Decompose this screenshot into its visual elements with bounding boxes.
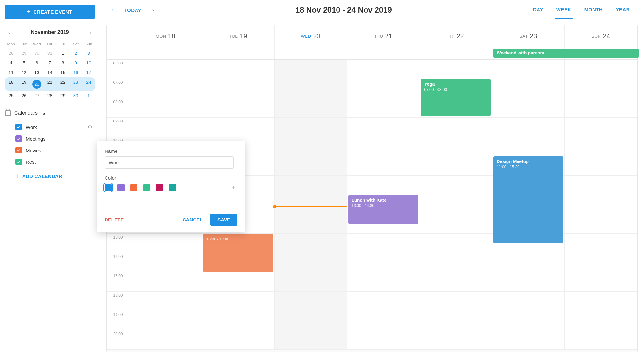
color-swatch[interactable]: [117, 184, 125, 191]
add-calendar-button[interactable]: + ADD CALENDAR: [5, 168, 95, 180]
calendar-checkbox[interactable]: [15, 124, 22, 130]
grid-cell[interactable]: [347, 79, 420, 98]
grid-cell[interactable]: [129, 60, 202, 79]
grid-cell[interactable]: [419, 156, 492, 175]
mini-cal-day[interactable]: 6: [30, 58, 43, 68]
grid-cell[interactable]: [202, 292, 275, 311]
grid-cell[interactable]: [202, 98, 275, 117]
grid-cell[interactable]: [419, 253, 492, 272]
grid-cell[interactable]: [275, 253, 347, 272]
mini-cal-day[interactable]: 17: [82, 68, 95, 77]
grid-cell[interactable]: [275, 330, 347, 349]
mini-cal-day[interactable]: 3: [82, 48, 95, 58]
mini-cal-day[interactable]: 25: [5, 91, 17, 101]
grid-cell[interactable]: [202, 311, 275, 330]
grid-cell[interactable]: [419, 330, 492, 349]
day-header[interactable]: THU21: [347, 25, 420, 47]
allday-event[interactable]: Weekend with parents: [493, 49, 639, 58]
allday-cell[interactable]: [202, 47, 275, 59]
grid-cell[interactable]: [347, 272, 420, 291]
view-tab-day[interactable]: DAY: [532, 1, 545, 19]
calendar-item[interactable]: Work⚙: [15, 121, 95, 133]
grid-cell[interactable]: [419, 214, 492, 233]
grid-cell[interactable]: [202, 118, 275, 137]
mini-cal-day[interactable]: 15: [56, 68, 69, 77]
grid-cell[interactable]: [275, 156, 347, 175]
color-swatch[interactable]: [130, 184, 137, 191]
allday-cell[interactable]: [129, 47, 202, 59]
grid-cell[interactable]: [565, 60, 637, 79]
grid-cell[interactable]: [202, 272, 275, 291]
allday-cell[interactable]: [347, 47, 420, 59]
day-header[interactable]: FRI22: [419, 25, 492, 47]
allday-cell[interactable]: Weekend with parents: [492, 47, 565, 59]
grid-cell[interactable]: [492, 98, 565, 117]
grid-cell[interactable]: [275, 118, 347, 137]
mini-cal-day[interactable]: 26: [17, 91, 30, 101]
grid-cell[interactable]: [565, 292, 637, 311]
grid-cell[interactable]: [129, 292, 202, 311]
grid-cell[interactable]: [275, 214, 347, 233]
grid-cell[interactable]: [347, 98, 420, 117]
grid-cell[interactable]: [565, 137, 637, 156]
grid-cell[interactable]: [565, 156, 637, 175]
grid-cell[interactable]: [347, 330, 420, 349]
grid-cell[interactable]: [275, 272, 347, 291]
allday-cell[interactable]: [275, 47, 347, 59]
calendar-event[interactable]: Design Meetup11:00 - 15.30: [493, 156, 563, 243]
grid-cell[interactable]: [419, 176, 492, 195]
grid-cell[interactable]: [565, 98, 637, 117]
grid-cell[interactable]: [275, 98, 347, 117]
grid-cell[interactable]: [419, 118, 492, 137]
mini-cal-day[interactable]: 12: [17, 68, 30, 77]
grid-cell[interactable]: [347, 253, 420, 272]
mini-cal-day[interactable]: 20: [30, 77, 43, 91]
mini-cal-day[interactable]: 11: [5, 68, 17, 77]
grid-cell[interactable]: [129, 79, 202, 98]
mini-cal-day[interactable]: 4: [5, 58, 17, 68]
grid-cell[interactable]: [347, 234, 420, 253]
calendar-checkbox[interactable]: [15, 159, 22, 165]
grid-cell[interactable]: [275, 311, 347, 330]
mini-cal-day[interactable]: 29: [17, 48, 30, 58]
mini-cal-day[interactable]: 29: [56, 91, 69, 101]
grid-cell[interactable]: [565, 118, 637, 137]
grid-cell[interactable]: [419, 272, 492, 291]
mini-cal-day[interactable]: 30: [69, 91, 82, 101]
grid-cell[interactable]: [275, 234, 347, 253]
grid-cell[interactable]: [565, 79, 637, 98]
grid-cell[interactable]: [129, 272, 202, 291]
grid-cell[interactable]: [419, 234, 492, 253]
grid-cell[interactable]: [565, 195, 637, 214]
grid-cell[interactable]: [275, 60, 347, 79]
mini-cal-day[interactable]: 21: [43, 77, 56, 91]
grid-cell[interactable]: [492, 79, 565, 98]
grid-cell[interactable]: [347, 156, 420, 175]
day-header[interactable]: SAT23: [492, 25, 565, 47]
day-header[interactable]: TUE19: [202, 25, 275, 47]
grid-cell[interactable]: [565, 214, 637, 233]
grid-cell[interactable]: [202, 60, 275, 79]
grid-cell[interactable]: [565, 253, 637, 272]
grid-cell[interactable]: [129, 253, 202, 272]
grid-cell[interactable]: [419, 311, 492, 330]
prev-week-button[interactable]: ‹: [110, 5, 115, 15]
grid-cell[interactable]: [492, 253, 565, 272]
calendars-section-header[interactable]: Calendars ▴: [5, 108, 95, 118]
grid-cell[interactable]: [275, 195, 347, 214]
grid-cell[interactable]: [347, 292, 420, 311]
allday-cell[interactable]: [419, 47, 492, 59]
grid-cell[interactable]: [565, 330, 637, 349]
today-button[interactable]: TODAY: [124, 7, 141, 13]
grid-cell[interactable]: [129, 98, 202, 117]
grid-cell[interactable]: [492, 311, 565, 330]
grid-cell[interactable]: [565, 234, 637, 253]
collapse-sidebar-button[interactable]: ←: [84, 338, 90, 346]
mini-cal-day[interactable]: 31: [43, 48, 56, 58]
add-color-button[interactable]: +: [230, 184, 237, 191]
grid-cell[interactable]: [275, 137, 347, 156]
mini-cal-next-button[interactable]: ›: [88, 28, 93, 36]
grid-cell[interactable]: [419, 292, 492, 311]
mini-cal-day[interactable]: 16: [69, 68, 82, 77]
create-event-button[interactable]: + CREATE EVENT: [5, 5, 95, 19]
